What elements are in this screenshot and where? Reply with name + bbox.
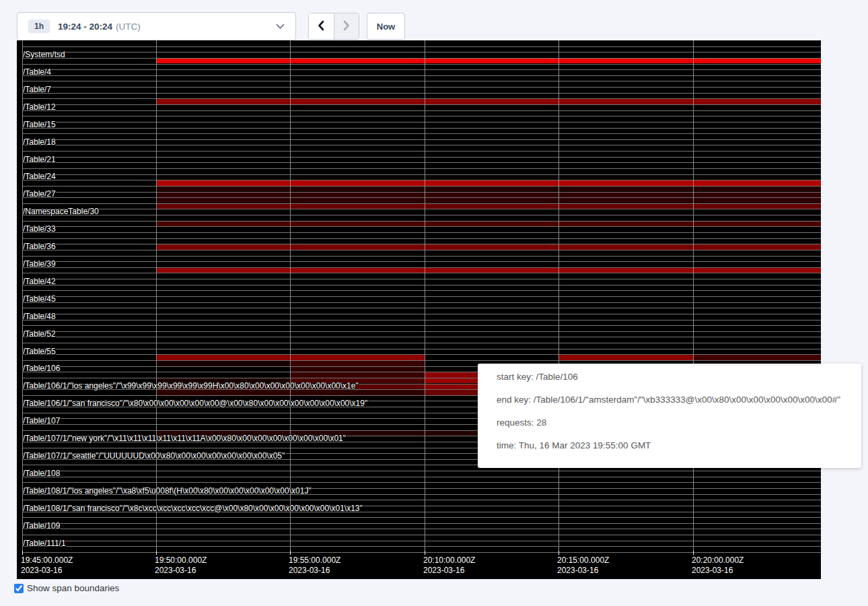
tooltip: start key: /Table/106 end key: /Table/10… [478, 364, 861, 468]
now-button[interactable]: Now [367, 13, 405, 40]
time-range-text: 19:24 - 20:24 [58, 22, 112, 32]
span-boundary-line [22, 69, 821, 70]
span-boundary-line [22, 296, 821, 297]
time-gridline [290, 40, 291, 555]
span-boundary-line [22, 290, 821, 291]
key-span-label: /Table/15 [23, 121, 56, 129]
span-boundary-line [22, 482, 821, 483]
key-span-label: /Table/107/1/"new york"/"\x11\x11\x11\x1… [23, 434, 346, 443]
heat-band [156, 193, 821, 198]
time-gridline [156, 40, 157, 555]
x-axis-tick-label: 19:50:00.000Z2023-03-16 [155, 556, 207, 576]
span-boundary-line [22, 151, 821, 152]
x-axis-tick-label: 20:10:00.000Z2023-03-16 [423, 556, 475, 576]
next-time-button[interactable] [334, 13, 359, 39]
span-boundary-line [22, 110, 821, 111]
x-axis-tick-label: 19:45:00.000Z2023-03-16 [21, 556, 73, 576]
key-span-label: /Table/45 [23, 295, 56, 304]
key-span-label: /Table/21 [23, 156, 56, 164]
time-gridline [558, 40, 559, 555]
span-boundary-line [22, 535, 821, 535]
span-boundary-line [22, 81, 821, 81]
footer: Show span boundaries [14, 583, 119, 593]
key-span-label: /Table/108 [23, 469, 60, 478]
heat-band [156, 204, 821, 209]
span-boundary-line [22, 343, 821, 343]
chevron-down-icon[interactable] [276, 24, 285, 30]
key-span-label: /Table/48 [23, 312, 56, 321]
span-boundary-line [22, 116, 821, 116]
key-span-label: /Table/42 [23, 277, 56, 286]
heat-band [156, 59, 821, 64]
span-boundary-line [22, 471, 821, 471]
key-visualizer-canvas[interactable]: /System/tsd/Table/4/Table/7/Table/12/Tab… [17, 40, 821, 579]
heat-band [290, 367, 425, 372]
key-span-label: /Table/18 [23, 138, 56, 147]
heat-band [156, 198, 821, 203]
span-boundary-line [22, 104, 821, 105]
heat-band [156, 361, 290, 366]
time-zone-text: (UTC) [116, 22, 141, 32]
show-span-boundaries-checkbox[interactable] [14, 584, 24, 593]
key-span-label: /Table/27 [23, 190, 56, 199]
span-boundary-line [22, 517, 821, 518]
span-boundary-line [22, 552, 821, 553]
chevron-right-icon [341, 20, 351, 33]
tooltip-time: time: Thu, 16 Mar 2023 19:55:00 GMT [497, 434, 861, 457]
x-axis-tick-label: 20:15:00.000Z2023-03-16 [557, 556, 609, 576]
span-boundary-line [22, 320, 821, 321]
span-boundary-line [22, 337, 821, 337]
heat-band [156, 99, 821, 104]
span-boundary-line [22, 285, 821, 285]
x-axis-tickmark [693, 551, 694, 555]
time-preset-badge: 1h [28, 20, 50, 33]
span-boundary-line [22, 523, 821, 524]
time-nav-group [308, 13, 359, 40]
span-boundary-line [22, 162, 821, 163]
span-boundary-line [22, 279, 821, 279]
span-boundary-line [22, 477, 821, 477]
x-axis-tick-label: 20:20:00.000Z2023-03-16 [692, 556, 744, 576]
heat-band [693, 355, 821, 360]
x-axis-tickmark [425, 551, 425, 555]
span-boundary-line [22, 238, 821, 239]
span-boundary-line [22, 273, 821, 273]
span-boundary-line [22, 87, 821, 88]
span-boundary-line [22, 500, 821, 500]
tooltip-start-key: start key: /Table/106 [497, 366, 861, 389]
span-boundary-line [22, 128, 821, 129]
time-gridline [693, 40, 694, 555]
tooltip-end-key: end key: /Table/106/1/"amsterdam"/"\xb33… [497, 389, 861, 411]
key-span-label: /Table/106/1/"los angeles"/"\x99\x99\x99… [23, 382, 359, 391]
span-boundary-line [22, 209, 821, 209]
key-span-label: /Table/109 [23, 522, 60, 531]
key-span-label: /Table/39 [23, 260, 56, 269]
key-span-label: /NamespaceTable/30 [23, 207, 99, 216]
span-boundary-line [22, 314, 821, 314]
span-boundary-line [22, 331, 821, 332]
time-range-selector[interactable]: 1h 19:24 - 20:24 (UTC) [17, 12, 296, 40]
x-axis-tickmark [22, 551, 23, 555]
span-boundary-line [22, 64, 821, 65]
span-boundary-line [22, 256, 821, 257]
key-span-label: /Table/108/1/"san francisco"/"\x8c\xcc\x… [23, 504, 363, 513]
heat-band [156, 222, 821, 227]
key-span-label: /Table/107 [23, 417, 60, 426]
span-boundary-line [22, 133, 821, 134]
key-span-label: /Table/108/1/"los angeles"/"\xa8\xf5\u00… [23, 487, 312, 496]
prev-time-button[interactable] [309, 13, 334, 39]
key-span-label: /Table/106/1/"san francisco"/"\x80\x00\x… [23, 399, 367, 408]
span-boundary-line [22, 308, 821, 308]
span-boundary-line [22, 250, 821, 250]
checkbox-label: Show span boundaries [27, 583, 119, 593]
key-span-label: /Table/106 [23, 364, 60, 373]
span-boundary-line [22, 139, 821, 140]
toolbar: 1h 19:24 - 20:24 (UTC) Now [0, 0, 868, 40]
x-axis-tick-label: 19:55:00.000Z2023-03-16 [289, 556, 340, 576]
heat-band [156, 244, 821, 250]
x-axis-tickmark [156, 551, 157, 555]
key-visualizer-page: 1h 19:24 - 20:24 (UTC) Now /System/tsd/T… [0, 0, 868, 606]
key-span-label: /Table/4 [23, 68, 51, 77]
span-boundary-line [22, 215, 821, 215]
key-span-label: /Table/24 [23, 172, 56, 181]
